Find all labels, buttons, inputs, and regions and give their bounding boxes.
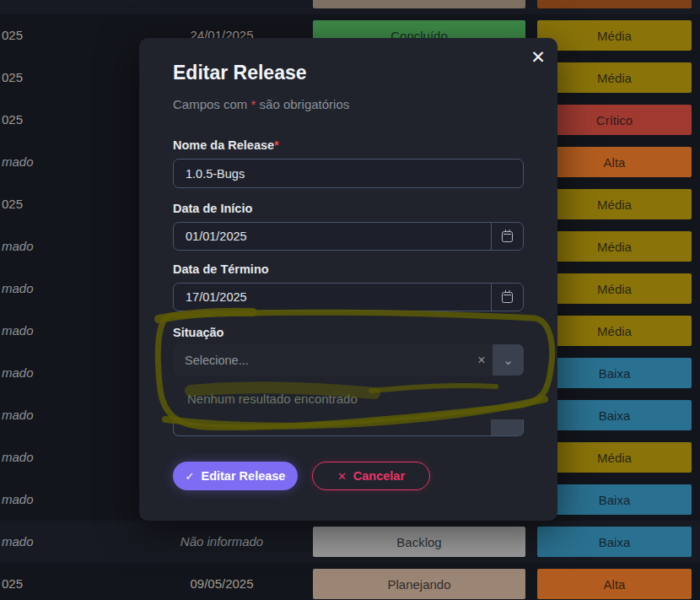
chevron-down-icon[interactable]: ⌄ [493,344,524,376]
start-date-label: Data de Início [173,202,252,215]
cell-col1: 025 [2,183,23,225]
priority-badge: Média [537,316,692,346]
start-date-picker-button[interactable] [491,223,523,250]
calendar-icon [502,231,513,242]
app-screen: 025 24/01/2025 Concluído Média 025 Média… [0,0,700,600]
priority-badge: Média [537,62,692,93]
priority-badge: Média [537,231,692,262]
submit-button-label: Editar Release [201,469,285,483]
cell-col1: 025 [2,14,23,57]
select-placeholder: Selecione... [173,354,471,367]
cell-col1: mado [2,268,34,310]
subtitle-text: Campos com [173,97,251,111]
x-icon: ✕ [337,470,347,483]
submit-button[interactable]: ✓ Editar Release [173,462,298,490]
priority-badge: Alta [537,147,692,177]
priority-badge: Baixa [537,400,692,430]
end-date-label: Data de Término [173,262,269,276]
cancel-button[interactable]: ✕ Cancelar [312,462,430,490]
start-date-wrap [173,222,524,251]
end-date-wrap [173,283,524,311]
priority-badge: Baixa [537,484,692,515]
table-row[interactable] [0,0,700,15]
cell-col1: 025 [2,563,23,600]
close-icon[interactable]: ✕ [525,45,551,70]
cell-col1: mado [2,141,34,183]
cell-col2: Não informado [139,521,304,563]
cell-col2: 09/05/2025 [139,563,304,600]
end-date-input[interactable] [174,284,491,311]
cell-col1: 025 [2,99,23,141]
calendar-icon [502,292,513,303]
cell-col1: mado [2,225,34,268]
cell-col1: mado [2,478,34,521]
table-row[interactable]: 025 09/05/2025 Planejando Alta [0,563,700,600]
release-name-input[interactable] [174,159,523,187]
name-field-label: Nome da Release* [173,138,279,152]
priority-badge [537,0,692,8]
dropdown-empty-message: Nenhum resultado encontrado [187,392,358,406]
priority-badge: Média [537,189,692,219]
status-badge: Backlog [313,527,525,557]
subtitle-text: são obrigatórios [256,97,349,111]
priority-badge: Média [537,273,692,304]
start-date-input[interactable] [174,223,491,250]
priority-badge: Baixa [537,358,692,388]
clear-icon[interactable]: × [471,353,493,368]
priority-badge: Alta [537,569,692,599]
priority-badge: Média [537,20,692,51]
check-icon: ✓ [186,470,195,483]
cell-col1: 025 [2,57,23,99]
priority-badge: Crítico [537,105,692,135]
cell-col1: mado [2,521,34,563]
status-badge [313,0,525,8]
cell-col1: mado [2,394,34,436]
table-row[interactable]: mado Não informado Backlog Baixa [0,521,700,564]
label-text: Nome da Release [173,138,274,152]
name-field-wrap [173,159,524,188]
chevron-button-fragment[interactable] [491,419,523,435]
cell-col1: mado [2,310,34,352]
cell-col1: mado [2,352,34,394]
status-badge: Planejando [313,569,525,599]
edit-release-modal: ✕ Editar Release Campos com * são obriga… [139,38,557,521]
required-star: * [274,138,279,152]
situacao-label: Situação [173,326,223,339]
cell-col1: mado [2,436,34,478]
modal-subtitle: Campos com * são obrigatórios [173,97,349,111]
priority-badge: Média [537,442,692,473]
priority-badge: Baixa [537,527,692,557]
situacao-select[interactable]: Selecione... × ⌄ [173,344,524,376]
cancel-button-label: Cancelar [353,469,405,483]
modal-title: Editar Release [173,62,307,84]
end-date-picker-button[interactable] [491,284,523,311]
second-select-fragment[interactable] [173,419,524,436]
